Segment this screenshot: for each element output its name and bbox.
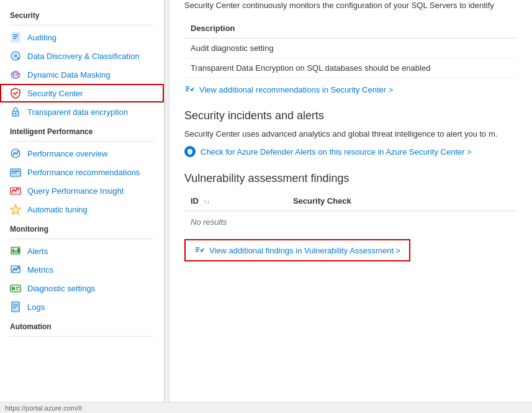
status-bar: https://portal.azure.com/# bbox=[0, 402, 532, 413]
recommendations-table: Description Audit diagnostic setting Tra… bbox=[184, 19, 517, 78]
sort-icon[interactable]: ↑↓ bbox=[204, 198, 210, 205]
transparent-encryption-icon bbox=[10, 106, 21, 117]
svg-marker-17 bbox=[11, 204, 20, 214]
dynamic-masking-icon bbox=[10, 69, 21, 80]
sidebar-section-security: Security Auditing bbox=[0, 5, 164, 121]
table-row: Audit diagnostic setting bbox=[184, 39, 517, 58]
checklist-icon bbox=[184, 84, 194, 94]
perf-overview-icon bbox=[10, 148, 21, 159]
azure-defender-text: Check for Azure Defender Alerts on this … bbox=[201, 147, 472, 157]
rec-row-1: Audit diagnostic setting bbox=[184, 39, 517, 58]
view-recommendations-text: View additional recommendations in Secur… bbox=[199, 85, 393, 94]
svg-rect-19 bbox=[12, 249, 14, 253]
sidebar-item-label-alerts: Alerts bbox=[27, 247, 48, 256]
sidebar-item-label-query-insight: Query Performance Insight bbox=[27, 186, 124, 196]
table-row: Transparent Data Encryption on SQL datab… bbox=[184, 58, 517, 78]
sidebar-section-title-intelligent-perf: Intelligent Performance bbox=[0, 121, 164, 138]
svg-point-5 bbox=[14, 54, 17, 58]
sidebar: Security Auditing bbox=[0, 0, 165, 413]
sidebar-item-label-metrics: Metrics bbox=[27, 265, 53, 275]
resize-handle[interactable] bbox=[165, 0, 169, 413]
sidebar-item-label-logs: Logs bbox=[27, 302, 45, 312]
query-insight-icon bbox=[10, 185, 21, 196]
incidents-title: Security incidents and alerts bbox=[184, 109, 517, 122]
vuln-col-id: ID ↑↓ bbox=[184, 191, 287, 211]
sidebar-item-label-perf-recommendations: Performance recommendations bbox=[27, 168, 140, 177]
sidebar-item-label-transparent-encryption: Transparent data encryption bbox=[27, 107, 128, 117]
svg-rect-21 bbox=[17, 248, 19, 253]
auto-tuning-icon bbox=[10, 204, 21, 215]
vulnerability-section: Vulnerability assessment findings ID ↑↓ … bbox=[184, 172, 517, 261]
sidebar-item-metrics[interactable]: Metrics bbox=[0, 260, 164, 279]
divider-intelligent-perf bbox=[10, 141, 154, 142]
sidebar-item-auto-tuning[interactable]: Automatic tuning bbox=[0, 200, 164, 219]
perf-recommendations-icon bbox=[10, 166, 21, 178]
incidents-section: Security incidents and alerts Security C… bbox=[184, 109, 517, 157]
sidebar-section-intelligent-perf: Intelligent Performance Performance over… bbox=[0, 121, 164, 219]
svg-rect-15 bbox=[12, 173, 17, 174]
svg-rect-0 bbox=[11, 32, 20, 42]
sidebar-item-diag-settings[interactable]: Diagnostic settings bbox=[0, 279, 164, 297]
rec-table-header-description: Description bbox=[184, 19, 517, 39]
svg-rect-14 bbox=[12, 171, 19, 172]
divider-monitoring bbox=[10, 238, 154, 239]
sidebar-section-monitoring: Monitoring Alerts Metrics bbox=[0, 219, 164, 316]
sidebar-section-title-monitoring: Monitoring bbox=[0, 219, 164, 236]
sidebar-item-dynamic-masking[interactable]: Dynamic Data Masking bbox=[0, 65, 164, 84]
diag-settings-icon bbox=[10, 283, 21, 294]
svg-point-11 bbox=[15, 113, 16, 114]
security-center-icon bbox=[10, 88, 21, 99]
azure-shield-icon bbox=[184, 146, 196, 157]
sidebar-section-automation: Automation bbox=[0, 316, 164, 337]
incidents-intro: Security Center uses advanced analytics … bbox=[184, 129, 517, 140]
divider-automation bbox=[10, 336, 154, 337]
svg-point-8 bbox=[13, 73, 15, 76]
sidebar-item-perf-recommendations[interactable]: Performance recommendations bbox=[0, 163, 164, 181]
svg-rect-27 bbox=[12, 302, 19, 312]
sidebar-item-label-dynamic-masking: Dynamic Data Masking bbox=[27, 70, 110, 79]
vulnerability-title: Vulnerability assessment findings bbox=[184, 172, 517, 185]
sidebar-item-transparent-encryption[interactable]: Transparent data encryption bbox=[0, 102, 164, 121]
recommendations-intro: Security Center continuously monitors th… bbox=[184, 0, 517, 11]
svg-point-9 bbox=[17, 73, 19, 76]
recommendations-section: Security Center continuously monitors th… bbox=[184, 0, 517, 94]
sidebar-item-security-center[interactable]: Security Center bbox=[0, 84, 164, 102]
view-findings-text: View additional findings in Vulnerabilit… bbox=[209, 246, 400, 255]
table-row: No results bbox=[184, 211, 517, 234]
sidebar-item-label-auto-tuning: Automatic tuning bbox=[27, 205, 88, 214]
audit-icon bbox=[10, 32, 21, 43]
no-results: No results bbox=[184, 211, 517, 234]
main-content: Security Center continuously monitors th… bbox=[169, 0, 532, 413]
svg-point-7 bbox=[11, 72, 20, 78]
sidebar-item-label-auditing: Auditing bbox=[27, 33, 56, 42]
sidebar-item-label-diag-settings: Diagnostic settings bbox=[27, 284, 95, 293]
view-recommendations-link[interactable]: View additional recommendations in Secur… bbox=[184, 84, 517, 94]
sidebar-item-label-perf-overview: Performance overview bbox=[27, 149, 107, 158]
sidebar-item-data-discovery[interactable]: Data Discovery & Classification bbox=[0, 47, 164, 65]
sidebar-section-title-automation: Automation bbox=[0, 316, 164, 334]
sidebar-item-logs[interactable]: Logs bbox=[0, 297, 164, 316]
vuln-col-security-check: Security Check bbox=[287, 191, 517, 211]
rec-row-2: Transparent Data Encryption on SQL datab… bbox=[184, 58, 517, 78]
alerts-icon bbox=[10, 245, 21, 256]
view-findings-link-box[interactable]: View additional findings in Vulnerabilit… bbox=[184, 239, 410, 261]
sidebar-section-title-security: Security bbox=[0, 5, 164, 22]
findings-checklist-icon bbox=[194, 245, 204, 255]
metrics-icon bbox=[10, 264, 21, 275]
divider-security bbox=[10, 25, 154, 25]
sidebar-item-label-data-discovery: Data Discovery & Classification bbox=[27, 52, 140, 61]
logs-icon bbox=[10, 301, 21, 312]
azure-defender-link[interactable]: Check for Azure Defender Alerts on this … bbox=[184, 146, 517, 157]
vulnerability-table: ID ↑↓ Security Check No results bbox=[184, 191, 517, 233]
sidebar-item-perf-overview[interactable]: Performance overview bbox=[0, 144, 164, 163]
status-url: https://portal.azure.com/# bbox=[5, 404, 82, 412]
svg-rect-24 bbox=[12, 287, 15, 290]
sidebar-item-label-security-center: Security Center bbox=[27, 89, 83, 98]
data-discovery-icon bbox=[10, 50, 21, 61]
sidebar-item-query-insight[interactable]: Query Performance Insight bbox=[0, 181, 164, 200]
sidebar-item-auditing[interactable]: Auditing bbox=[0, 28, 164, 47]
sidebar-item-alerts[interactable]: Alerts bbox=[0, 242, 164, 260]
svg-rect-20 bbox=[15, 250, 17, 253]
